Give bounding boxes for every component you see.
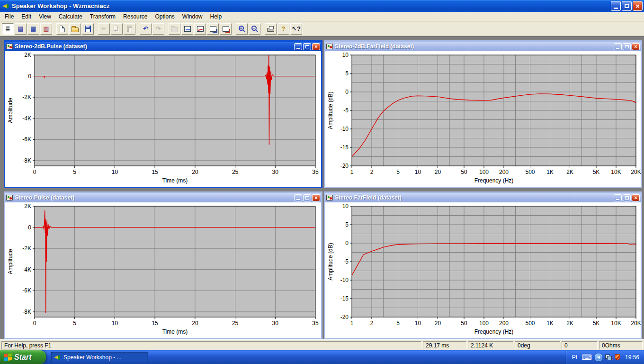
desktop: Speaker Workshop - Wzmacniacz × FileEdit… [0,0,644,364]
svg-text:100: 100 [479,169,489,175]
svg-text:2K: 2K [24,52,31,58]
undo-button[interactable]: ↶ [140,23,152,35]
window-import-button[interactable] [220,23,232,35]
menu-resource[interactable]: Resource [119,12,151,21]
menu-calculate[interactable]: Calculate [55,12,86,21]
open-button[interactable] [69,23,81,35]
security-alert-icon[interactable] [615,354,620,360]
chart-window-button[interactable] [194,23,206,35]
toolbar-separator [94,24,98,34]
svg-text:Amplitude: Amplitude [7,98,14,123]
svg-text:-6K: -6K [22,287,31,294]
svg-text:-15: -15 [340,144,349,151]
svg-text:5K: 5K [593,169,600,175]
menu-bar: FileEditViewCalculateTransformResourceOp… [0,12,644,22]
measure-toolbar-1-icon: ▤ [18,26,23,32]
dataset-icon [326,195,333,200]
child-close-button[interactable]: × [312,43,320,50]
frequency-window-button[interactable] [181,23,193,35]
dataset-icon [6,44,13,49]
network-status-icon[interactable]: ✕ [605,355,612,360]
close-button[interactable]: × [633,1,643,11]
zoom-out-button[interactable]: − [249,23,260,35]
start-button[interactable]: Start [0,350,46,364]
svg-text:10: 10 [112,169,118,175]
new-button[interactable] [56,23,68,35]
window-stereo-pulse: Stereo.Pulse (dataset) × 051015202530352… [4,191,322,339]
child-titlebar[interactable]: Stereo-2dB.FarField (dataset) × [325,42,641,51]
child-minimize-button[interactable] [294,43,302,50]
chart-window-icon [197,26,204,32]
start-label: Start [14,353,31,362]
tree-view-icon: ≣ [5,26,10,32]
child-close-button[interactable]: × [632,43,640,50]
help-button[interactable]: ? [277,23,289,35]
measure-toolbar-2-button[interactable]: ▦ [27,23,39,35]
child-titlebar[interactable]: Stereo.Pulse (dataset) × [5,193,321,202]
tree-view-button[interactable]: ≣ [2,23,14,35]
svg-text:-2K: -2K [22,94,31,100]
context-help-button[interactable]: ↖? [290,23,302,35]
child-maximize-button[interactable] [303,43,311,50]
svg-text:20: 20 [192,169,198,175]
zoom-in-button[interactable]: + [236,23,248,35]
menu-view[interactable]: View [35,12,55,21]
menu-window[interactable]: Window [179,12,206,21]
hide-icons-chevron[interactable]: ◀ [595,354,602,361]
svg-text:-15: -15 [340,295,349,302]
keyboard-icon[interactable]: ⌨ [581,354,592,361]
print-icon [267,28,274,32]
print-button[interactable] [265,23,277,35]
svg-text:2: 2 [370,320,374,327]
svg-text:50: 50 [461,169,467,175]
svg-text:-6K: -6K [22,136,31,143]
menu-file[interactable]: File [1,12,18,21]
child-maximize-button[interactable] [623,43,631,50]
svg-text:35: 35 [312,320,319,327]
measure-toolbar-1-button[interactable]: ▤ [15,23,27,35]
app-title: Speaker Workshop - Wzmacniacz [12,2,611,9]
measure-toolbar-2-icon: ▦ [30,26,36,32]
zoom-in-icon: + [239,26,244,31]
child-minimize-button[interactable] [614,43,622,50]
menu-help[interactable]: Help [206,12,226,21]
svg-text:Time (ms): Time (ms) [162,328,188,335]
child-titlebar[interactable]: Stereo.FarField (dataset) × [325,193,641,202]
child-titlebar[interactable]: Stereo-2dB.Pulse (dataset) × [5,42,321,51]
child-maximize-button[interactable] [303,194,311,201]
svg-text:5: 5 [345,70,349,77]
measure-toolbar-3-button[interactable]: ▥ [40,23,52,35]
svg-text:25: 25 [232,169,239,175]
menu-transform[interactable]: Transform [86,12,119,21]
child-close-button[interactable]: × [632,194,640,201]
svg-text:0: 0 [28,224,31,231]
child-window-title: Stereo.Pulse (dataset) [15,194,294,201]
svg-text:-8K: -8K [22,157,31,164]
maximize-button[interactable] [622,1,632,11]
status-pane-2: 0deg [515,341,560,349]
svg-text:0: 0 [345,89,349,95]
svg-text:10: 10 [415,169,421,175]
taskbar-task-speaker-workshop[interactable]: Speaker Workshop - ... [51,352,148,363]
farfield-chart-stereo: 1251020501002005001K2K5K10K20K1050-5-10-… [325,202,641,338]
import-folder-icon [171,27,178,32]
window-save-icon [210,26,216,32]
menu-options[interactable]: Options [151,12,178,21]
paste-button [124,23,135,35]
menu-edit[interactable]: Edit [18,12,35,21]
svg-text:-10: -10 [340,126,349,132]
toolbar: ≣▤▦▥✂↶↷+−?↖? [0,22,644,36]
child-maximize-button[interactable] [623,194,631,201]
window-save-button[interactable] [207,23,219,35]
copy-icon [114,26,118,31]
svg-text:2: 2 [370,169,374,175]
child-close-button[interactable]: × [312,194,320,201]
svg-text:Amplitude: Amplitude [7,249,14,274]
app-titlebar[interactable]: Speaker Workshop - Wzmacniacz × [0,0,644,12]
child-minimize-button[interactable] [294,194,302,201]
save-button[interactable] [82,23,94,35]
child-window-title: Stereo-2dB.Pulse (dataset) [15,43,294,50]
child-minimize-button[interactable] [614,194,622,201]
open-icon [72,27,79,32]
minimize-button[interactable] [611,1,621,11]
